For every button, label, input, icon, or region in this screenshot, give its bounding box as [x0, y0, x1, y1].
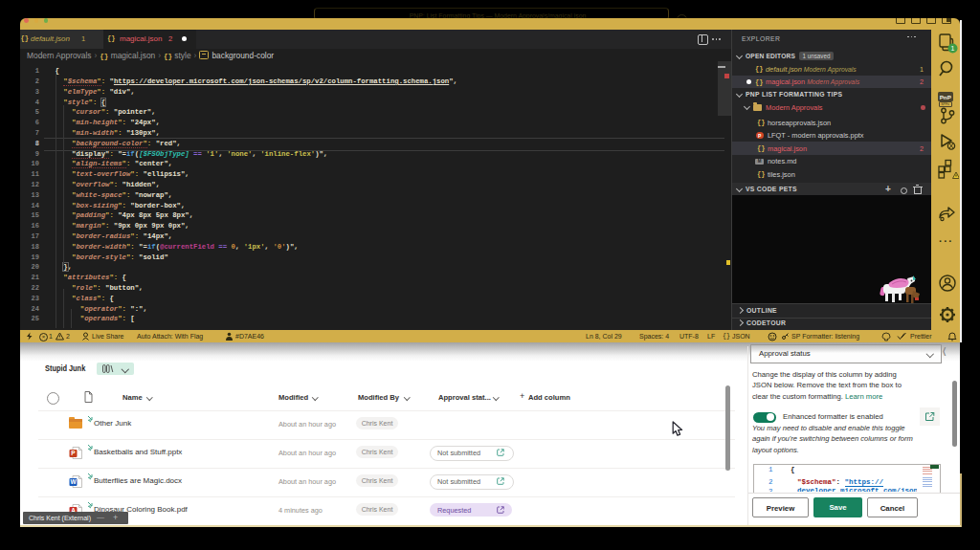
svg-text:W: W [70, 478, 77, 485]
svg-text:P: P [71, 450, 76, 456]
svg-text:1: 1 [951, 45, 955, 52]
